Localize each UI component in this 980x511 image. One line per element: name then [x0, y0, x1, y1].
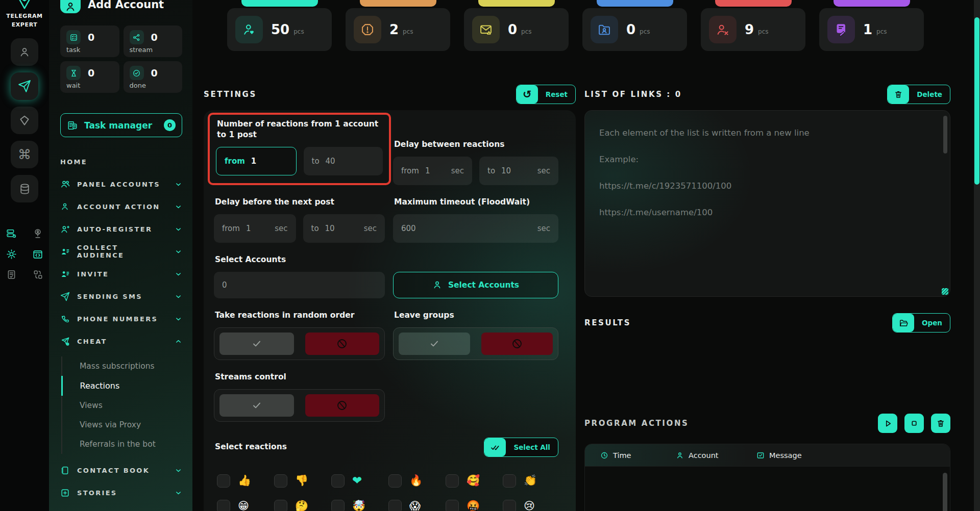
- rail-command-button[interactable]: ⌘: [11, 141, 38, 168]
- card-tab-pill[interactable]: [834, 0, 910, 7]
- reaction-emoji[interactable]: 👎: [295, 475, 308, 486]
- nav-item-panel-accounts[interactable]: PANEL ACCOUNTS: [60, 173, 182, 195]
- add-account-icon[interactable]: [60, 0, 81, 13]
- reaction-checkbox[interactable]: [331, 474, 345, 488]
- nav-item-stories[interactable]: STORIES: [60, 481, 182, 504]
- submenu-item-mass-subscriptions[interactable]: Mass subscriptions: [62, 356, 182, 376]
- card-tab-pill[interactable]: [715, 0, 792, 7]
- page-scrollbar[interactable]: [974, 0, 980, 511]
- program-actions-title: PROGRAM ACTIONS: [584, 419, 689, 428]
- nav-item-account-action[interactable]: ACCOUNT ACTION: [60, 195, 182, 218]
- trash-button[interactable]: [931, 414, 950, 433]
- card-tab-pill[interactable]: [360, 0, 436, 7]
- reset-button[interactable]: ↺ Reset: [516, 85, 576, 104]
- reaction-checkbox[interactable]: [331, 500, 345, 511]
- textarea-resize-handle[interactable]: [942, 288, 948, 295]
- delay-between-to-input[interactable]: to 10 sec: [479, 157, 558, 185]
- gear-icon[interactable]: [5, 248, 17, 260]
- reaction-checkbox[interactable]: [446, 474, 459, 488]
- results-header: RESULTS Open: [584, 313, 950, 333]
- rail-sender-button[interactable]: [11, 72, 38, 100]
- task-manager-button[interactable]: Task manager 0: [60, 113, 182, 137]
- reaction-emoji[interactable]: 👏: [524, 475, 537, 486]
- reaction-checkbox[interactable]: [274, 474, 287, 488]
- reactions-from-input[interactable]: from 1: [216, 147, 297, 175]
- play-button[interactable]: [878, 414, 897, 433]
- reaction-emoji[interactable]: ❤: [352, 475, 362, 487]
- highlighted-field-box: Number of reactions from 1 account to 1 …: [208, 113, 391, 185]
- reactions-to-input[interactable]: to 40: [304, 147, 383, 175]
- toggle-off-segment[interactable]: [481, 333, 553, 355]
- doc-check-icon[interactable]: [5, 269, 17, 280]
- reaction-option: 🤯: [331, 500, 388, 511]
- nav-item-cheat[interactable]: CHEAT: [60, 330, 182, 352]
- cheat-submenu: Mass subscriptions Reactions Views Views…: [61, 356, 182, 454]
- delay-next-post-to-input[interactable]: to 10 sec: [303, 214, 385, 243]
- delay-next-post-from-input[interactable]: from 1 sec: [214, 214, 296, 243]
- submenu-item-views[interactable]: Views: [62, 396, 182, 415]
- nav-item-invite[interactable]: INVITE: [60, 263, 182, 285]
- stop-button[interactable]: [904, 414, 924, 433]
- delay-between-from-input[interactable]: from 1 sec: [393, 157, 472, 185]
- open-button[interactable]: Open: [892, 313, 950, 333]
- nav-item-auto-register[interactable]: AUTO-REGISTER: [60, 218, 182, 240]
- rail-gem-button[interactable]: [11, 107, 38, 134]
- nav-label: CHEAT: [77, 338, 107, 345]
- reaction-emoji[interactable]: 👍: [238, 475, 251, 486]
- reaction-checkbox[interactable]: [503, 500, 516, 511]
- reaction-emoji[interactable]: 🤔: [295, 501, 308, 511]
- code-window-icon[interactable]: [32, 248, 44, 260]
- rail-database-button[interactable]: [11, 175, 38, 202]
- reaction-checkbox[interactable]: [217, 500, 230, 511]
- toggle-off-segment[interactable]: [305, 333, 380, 355]
- leave-groups-toggle[interactable]: [393, 327, 558, 360]
- reaction-checkbox[interactable]: [446, 500, 459, 511]
- reaction-checkbox[interactable]: [503, 474, 516, 488]
- reaction-emoji[interactable]: 🤯: [352, 501, 365, 511]
- card-tab-pill[interactable]: [241, 0, 318, 7]
- toggle-on-segment[interactable]: [219, 333, 294, 355]
- person-cam-icon[interactable]: [32, 228, 44, 239]
- reaction-emoji[interactable]: 😱: [409, 501, 421, 511]
- streams-control-toggle[interactable]: [214, 389, 385, 422]
- max-timeout-input[interactable]: 600 sec: [393, 214, 558, 243]
- select-accounts-input[interactable]: 0: [214, 272, 385, 298]
- select-accounts-button[interactable]: Select Accounts: [393, 272, 558, 298]
- links-textarea[interactable]: Each element of the list is written from…: [584, 110, 950, 297]
- submenu-item-reactions[interactable]: Reactions: [61, 376, 183, 396]
- nav-item-home[interactable]: HOME: [60, 150, 182, 173]
- reset-label: Reset: [538, 85, 575, 104]
- mail-warning-icon: [472, 16, 500, 43]
- reaction-emoji[interactable]: 🤬: [467, 501, 480, 511]
- toggle-on-segment[interactable]: [399, 333, 470, 355]
- rail-profile-button[interactable]: [11, 38, 38, 66]
- server-check-icon[interactable]: [5, 228, 17, 239]
- reaction-checkbox[interactable]: [388, 474, 402, 488]
- stat-card-warnings: 2 pcs: [346, 0, 450, 51]
- nav-item-contact-book[interactable]: CONTACT BOOK: [60, 459, 182, 481]
- submenu-item-referrals-in-the-bot[interactable]: Referrals in the bot: [62, 435, 182, 454]
- card-tab-pill[interactable]: [478, 0, 555, 7]
- nav-item-collect-audience[interactable]: COLLECT AUDIENCE: [60, 240, 182, 263]
- reaction-emoji[interactable]: 😁: [238, 501, 249, 511]
- submenu-item-views-via-proxy[interactable]: Views via Proxy: [62, 415, 182, 435]
- swap-icon[interactable]: [32, 269, 44, 280]
- card-tab-pill[interactable]: [597, 0, 673, 7]
- reaction-emoji[interactable]: 🔥: [409, 475, 423, 486]
- reaction-checkbox[interactable]: [274, 500, 287, 511]
- nav-item-sending-sms[interactable]: SENDING SMS: [60, 285, 182, 308]
- delete-button[interactable]: Delete: [887, 85, 950, 104]
- toggle-off-segment[interactable]: [305, 394, 380, 417]
- select-all-button[interactable]: Select All: [484, 438, 558, 457]
- table-scrollbar-thumb[interactable]: [943, 473, 947, 511]
- page-scrollbar-thumb[interactable]: [974, 17, 979, 185]
- reaction-emoji[interactable]: 😢: [524, 501, 535, 511]
- nav-item-phone-numbers[interactable]: PHONE NUMBERS: [60, 308, 182, 330]
- toggle-on-segment[interactable]: [219, 394, 294, 417]
- textarea-scrollbar-thumb[interactable]: [943, 116, 947, 154]
- reaction-checkbox[interactable]: [388, 500, 402, 511]
- delete-label: Delete: [909, 85, 950, 104]
- reaction-checkbox[interactable]: [217, 474, 230, 488]
- reaction-emoji[interactable]: 🥰: [467, 475, 480, 486]
- random-order-toggle[interactable]: [214, 327, 385, 360]
